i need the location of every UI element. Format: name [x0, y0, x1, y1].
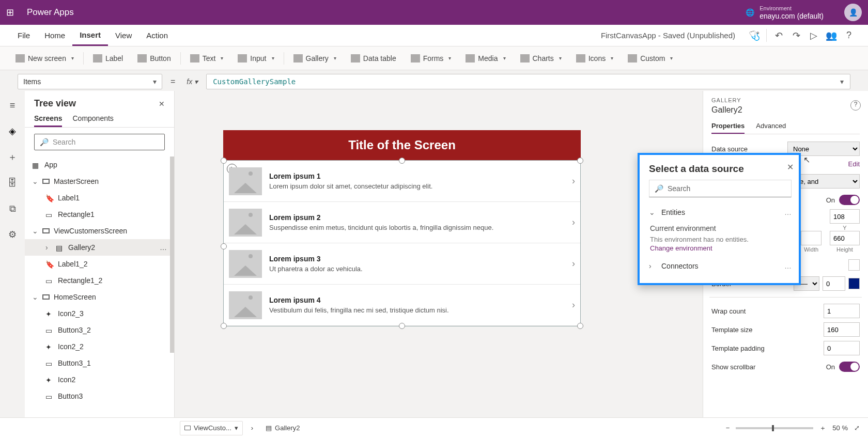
template-size-input[interactable]	[824, 322, 860, 337]
new-screen-button[interactable]: New screen	[10, 52, 79, 65]
border-width-input[interactable]	[823, 276, 845, 291]
ds-search[interactable]: 🔎 Search	[649, 180, 792, 197]
screen-selector[interactable]: ViewCusto...▾	[180, 421, 243, 435]
border-color-swatch[interactable]	[848, 278, 860, 289]
forms-button[interactable]: Forms	[406, 52, 457, 65]
variables-icon[interactable]: ⧉	[6, 202, 19, 215]
undo-icon[interactable]: ↶	[770, 25, 787, 46]
play-icon[interactable]: ▷	[805, 25, 823, 46]
visible-toggle[interactable]	[839, 195, 860, 205]
insert-icon[interactable]: ＋	[6, 151, 19, 163]
datatable-button[interactable]: Data table	[346, 52, 401, 65]
input-button[interactable]: Input	[233, 52, 279, 65]
resize-handle[interactable]	[221, 158, 227, 164]
chevron-right-icon[interactable]: ›	[572, 300, 575, 310]
hamburger-icon[interactable]: ≡	[6, 99, 19, 112]
chevron-right-icon[interactable]: ›	[572, 258, 575, 269]
zoom-slider[interactable]	[736, 427, 813, 429]
tab-screens[interactable]: Screens	[34, 114, 62, 127]
property-selector[interactable]: Items▾	[18, 74, 162, 89]
tree-icon2-2[interactable]: ✦Icon2_2	[25, 338, 174, 355]
width-input[interactable]	[801, 231, 822, 245]
chevron-down-icon[interactable]: ⌄	[32, 293, 38, 301]
label-button[interactable]: Label	[88, 52, 128, 65]
tree-label1-2[interactable]: 🔖Label1_2	[25, 256, 174, 272]
canvas-screen[interactable]: Title of the Screen ✎ Lorem ipsum 1Lorem…	[223, 130, 581, 326]
canvas-area[interactable]: Title of the Screen ✎ Lorem ipsum 1Lorem…	[175, 91, 703, 417]
tab-properties[interactable]: Properties	[711, 122, 745, 134]
avatar[interactable]: 👤	[844, 4, 862, 21]
tree-rectangle1[interactable]: ▭Rectangle1	[25, 206, 174, 223]
tree-masterscreen[interactable]: ⌄MasterScreen	[25, 173, 174, 190]
gallery-button[interactable]: Gallery	[288, 52, 342, 65]
fx-icon[interactable]: fx ▾	[183, 77, 201, 86]
resize-handle[interactable]	[399, 323, 405, 329]
text-button[interactable]: Text	[185, 52, 229, 65]
custom-button[interactable]: Custom	[623, 52, 678, 65]
scrollbar-toggle[interactable]	[839, 362, 860, 372]
tree-gallery2[interactable]: ›▤Gallery2…	[25, 239, 174, 256]
tree-view-icon[interactable]: ◈	[6, 125, 19, 137]
tree-label1[interactable]: 🔖Label1	[25, 190, 174, 206]
menu-insert[interactable]: Insert	[72, 25, 108, 46]
connectors-section[interactable]: › Connectors …	[649, 258, 792, 274]
tools-icon[interactable]: ⚙	[6, 228, 19, 241]
tree-viewcustomers[interactable]: ⌄ViewCustomersScreen	[25, 223, 174, 239]
data-icon[interactable]: 🗄	[6, 177, 19, 189]
gallery-row[interactable]: Lorem ipsum 4Vestibulum dui felis, fring…	[224, 285, 580, 326]
resize-handle[interactable]	[577, 323, 583, 329]
more-icon[interactable]: …	[784, 262, 792, 270]
chevron-right-icon[interactable]: ›	[45, 243, 52, 252]
tree-button3[interactable]: ▭Button3	[25, 388, 174, 404]
wrap-count-input[interactable]	[824, 304, 860, 318]
tab-advanced[interactable]: Advanced	[756, 122, 786, 134]
environment-selector[interactable]: 🌐 Environment enayu.com (default)	[746, 5, 824, 20]
y-input[interactable]	[830, 209, 860, 224]
share-icon[interactable]: 👥	[823, 25, 840, 46]
zoom-out-icon[interactable]: −	[726, 424, 730, 432]
tree-icon2[interactable]: ✦Icon2	[25, 371, 174, 388]
help-icon[interactable]: ?	[840, 25, 858, 46]
tree-app[interactable]: ▦App	[25, 157, 174, 173]
icons-button[interactable]: Icons	[571, 52, 618, 65]
entities-section[interactable]: ⌄ Entities …	[649, 205, 792, 220]
gallery-selection[interactable]: ✎ Lorem ipsum 1Lorem ipsum dolor sit ame…	[223, 160, 581, 326]
menu-home[interactable]: Home	[37, 25, 72, 46]
chevron-down-icon[interactable]: ⌄	[32, 227, 38, 235]
charts-button[interactable]: Charts	[515, 52, 567, 65]
tree-button3-1[interactable]: ▭Button3_1	[25, 355, 174, 371]
help-icon[interactable]: ?	[850, 100, 861, 111]
fit-icon[interactable]: ⤢	[854, 424, 860, 432]
tree-rectangle1-2[interactable]: ▭Rectangle1_2	[25, 272, 174, 289]
color-swatch[interactable]	[848, 259, 860, 271]
chevron-right-icon[interactable]: ›	[572, 176, 575, 186]
resize-handle[interactable]	[221, 323, 227, 329]
more-icon[interactable]: …	[160, 243, 167, 252]
resize-handle[interactable]	[399, 158, 405, 164]
gallery-row[interactable]: Lorem ipsum 1Lorem ipsum dolor sit amet,…	[224, 161, 580, 202]
scrollbar[interactable]	[170, 157, 174, 353]
close-icon[interactable]: ✕	[787, 162, 794, 172]
tree-icon2-3[interactable]: ✦Icon2_3	[25, 305, 174, 322]
zoom-in-icon[interactable]: ＋	[819, 424, 826, 433]
tree-button3-2[interactable]: ▭Button3_2	[25, 322, 174, 338]
change-environment-link[interactable]: Change environment	[650, 244, 792, 252]
chevron-right-icon[interactable]: ›	[572, 217, 575, 228]
gallery-row[interactable]: Lorem ipsum 2Suspendisse enim metus, tin…	[224, 202, 580, 243]
waffle-icon[interactable]: ⊞	[6, 7, 27, 18]
selection-crumb[interactable]: ▤Gallery2	[261, 421, 304, 435]
close-icon[interactable]: ✕	[159, 100, 165, 108]
tab-components[interactable]: Components	[72, 114, 113, 127]
gallery-row[interactable]: Lorem ipsum 3Ut pharetra a dolor ac vehi…	[224, 243, 580, 285]
tree-search[interactable]: 🔎 Search	[34, 134, 165, 150]
chevron-down-icon[interactable]: ⌄	[32, 177, 38, 185]
height-input[interactable]	[830, 231, 860, 245]
button-button[interactable]: Button	[132, 52, 176, 65]
menu-action[interactable]: Action	[139, 25, 175, 46]
more-icon[interactable]: …	[784, 208, 792, 216]
redo-icon[interactable]: ↷	[787, 25, 805, 46]
menu-file[interactable]: File	[10, 25, 37, 46]
app-checker-icon[interactable]: 🩺	[746, 25, 763, 46]
resize-handle[interactable]	[221, 243, 227, 249]
template-padding-input[interactable]	[824, 341, 860, 355]
